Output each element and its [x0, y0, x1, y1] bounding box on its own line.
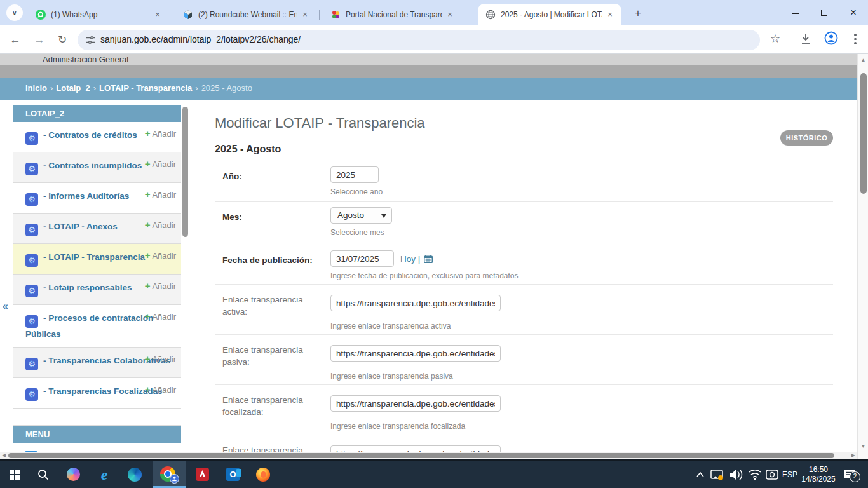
- tab-roundcube[interactable]: (2) Roundcube Webmail :: Entra ×: [175, 4, 316, 25]
- plus-icon: +: [145, 250, 151, 261]
- vertical-scrollbar-thumb[interactable]: [860, 73, 867, 194]
- breadcrumb-lotaip2[interactable]: Lotaip_2: [56, 83, 90, 93]
- plus-icon: +: [145, 280, 151, 291]
- profile-avatar-icon[interactable]: [824, 31, 838, 45]
- taskbar-chrome-button-active[interactable]: [153, 461, 186, 488]
- reload-button[interactable]: ↻: [55, 32, 70, 48]
- horizontal-scrollbar-thumb[interactable]: [8, 453, 834, 458]
- sidebar-item-contratos-incumplidos[interactable]: ⚙- Contratos incumplidos +Añadir: [13, 152, 181, 183]
- sidebar-item-contratos-creditos[interactable]: ⚙- Contratos de créditos +Añadir: [13, 122, 181, 152]
- chrome-profile-badge-icon: [170, 474, 179, 484]
- taskbar-copilot-button[interactable]: [60, 461, 88, 488]
- forward-button[interactable]: →: [32, 32, 47, 48]
- mes-select[interactable]: Agosto: [330, 207, 392, 224]
- gear-icon: ⚙: [25, 254, 38, 267]
- plus-icon: +: [145, 189, 151, 200]
- scroll-right-icon[interactable]: ▶: [851, 452, 855, 459]
- address-bar[interactable]: sanjuan.gob.ec/admin/lotaip_2/lotaipv2/2…: [78, 30, 760, 50]
- taskbar-acrobat-button[interactable]: [188, 461, 216, 488]
- add-button[interactable]: +Añadir: [145, 280, 176, 292]
- taskbar-ie-button[interactable]: e: [90, 461, 118, 488]
- tray-language-button[interactable]: ESP: [782, 461, 797, 488]
- gear-icon: ⚙: [25, 132, 38, 145]
- gear-icon: ⚙: [25, 224, 38, 236]
- tray-clock[interactable]: 16:50 14/8/2025: [796, 465, 841, 484]
- notification-count-badge: 2: [850, 471, 860, 482]
- today-link[interactable]: Hoy |: [400, 254, 420, 264]
- breadcrumb-inicio[interactable]: Inicio: [25, 83, 47, 93]
- tab-whatsapp[interactable]: (1) WhatsApp ×: [28, 4, 169, 25]
- sidebar-collapse-toggle[interactable]: «: [3, 301, 8, 312]
- add-button[interactable]: +Añadir: [145, 158, 176, 170]
- tab-close-icon[interactable]: ×: [445, 10, 455, 20]
- scroll-up-icon[interactable]: ▲: [858, 57, 868, 63]
- add-button[interactable]: +Añadir: [145, 128, 176, 140]
- tray-volume-button[interactable]: [728, 461, 743, 488]
- tab-portal[interactable]: Portal Nacional de Transparenc ×: [323, 4, 461, 25]
- sidebar-item-transparencias-colaborativas[interactable]: ⚙- Transparencias Colaborativas +Añadir: [13, 348, 181, 378]
- sidebar-item-lotaip-transparencia-selected[interactable]: ⚙- LOTAIP - Transparencia +Añadir: [13, 244, 181, 274]
- sidebar-spacer: [13, 409, 181, 426]
- sidebar-item-procesos-contratacion[interactable]: ⚙- Procesos de contratación Públicas +Añ…: [13, 305, 181, 348]
- sidebar-item-lotaip-anexos[interactable]: ⚙- LOTAIP - Anexos +Añadir: [13, 214, 181, 244]
- add-button[interactable]: +Añadir: [145, 311, 176, 323]
- page-horizontal-scrollbar[interactable]: ◀ ▶: [0, 452, 857, 459]
- tray-meetnow-button[interactable]: [764, 461, 780, 488]
- back-button[interactable]: ←: [8, 32, 23, 48]
- add-button[interactable]: +Añadir: [145, 384, 176, 396]
- enlace-focalizada-input[interactable]: [330, 395, 501, 412]
- tab-close-icon[interactable]: ×: [300, 10, 310, 20]
- taskbar-edge-button[interactable]: [121, 461, 149, 488]
- downloads-icon[interactable]: [799, 32, 812, 46]
- breadcrumb-lotaip-transparencia[interactable]: LOTAIP - Transparencia: [99, 83, 192, 93]
- taskbar-search-button[interactable]: [29, 461, 57, 488]
- globe-icon: [485, 10, 496, 20]
- sidebar-item-transparencias-focalizadas[interactable]: ⚙- Transparencias Focalizadas +Añadir: [13, 378, 181, 409]
- sidebar-section-menu: MENU: [13, 426, 181, 443]
- tray-cast-button[interactable]: [710, 461, 724, 488]
- windows-logo-icon: [10, 470, 20, 480]
- site-settings-icon[interactable]: [86, 35, 96, 45]
- field-label: Enlace transparencia pasiva:: [222, 344, 327, 368]
- enlace-activa-input[interactable]: [330, 295, 501, 311]
- enlace-pasiva-input[interactable]: [330, 345, 501, 362]
- tray-network-button[interactable]: [747, 461, 763, 488]
- window-maximize-button[interactable]: [810, 0, 839, 25]
- form-row-ano: Año: Seleccione año: [215, 161, 833, 201]
- tab-search-chevron-icon[interactable]: ∨: [6, 4, 23, 21]
- add-button[interactable]: +Añadir: [145, 250, 176, 262]
- tab-close-icon[interactable]: ×: [153, 10, 163, 20]
- add-button[interactable]: +Añadir: [145, 189, 176, 201]
- chrome-menu-icon[interactable]: [854, 34, 857, 46]
- window-close-button[interactable]: ×: [839, 0, 868, 25]
- add-button[interactable]: +Añadir: [145, 353, 176, 365]
- bookmark-star-icon[interactable]: ☆: [770, 32, 780, 46]
- gear-icon: ⚙: [25, 285, 38, 297]
- add-button[interactable]: +Añadir: [145, 219, 176, 231]
- fecha-publicacion-input[interactable]: [330, 250, 394, 267]
- plus-icon: +: [145, 311, 151, 322]
- taskbar-firefox-button[interactable]: [249, 461, 277, 488]
- start-button[interactable]: [1, 461, 29, 488]
- tray-expand-button[interactable]: [696, 461, 705, 488]
- new-tab-button[interactable]: +: [630, 6, 646, 21]
- tab-active-modificar-lotaip[interactable]: 2025 - Agosto | Modificar LOTA ×: [478, 4, 621, 25]
- ano-input[interactable]: [330, 166, 379, 183]
- sidebar-item-informes-auditorias[interactable]: ⚙- Informes Auditorías +Añadir: [13, 183, 181, 214]
- window-minimize-button[interactable]: [780, 0, 810, 25]
- sidebar-item-label: - LOTAIP - Transparencia: [43, 252, 145, 262]
- taskbar-outlook-button[interactable]: O: [219, 461, 247, 488]
- historico-button[interactable]: HISTÓRICO: [780, 130, 833, 146]
- taskbar: e O: [0, 461, 868, 488]
- tab-close-icon[interactable]: ×: [605, 10, 615, 20]
- search-icon: [37, 468, 50, 481]
- scroll-left-icon[interactable]: ◀: [2, 452, 6, 459]
- web-page: Administración General Inicio›Lotaip_2›L…: [0, 54, 868, 459]
- scroll-down-icon[interactable]: ▼: [858, 444, 868, 449]
- page-vertical-scrollbar[interactable]: ▲ ▼: [857, 54, 868, 459]
- sidebar: LOTAIP_2 ⚙- Contratos de créditos +Añadi…: [13, 105, 181, 459]
- sidebar-item-lotaip-responsables[interactable]: ⚙- Lotaip responsables +Añadir: [13, 274, 181, 305]
- sidebar-scrollbar-thumb[interactable]: [182, 107, 188, 237]
- plus-icon: +: [145, 353, 151, 364]
- calendar-icon[interactable]: [423, 254, 433, 264]
